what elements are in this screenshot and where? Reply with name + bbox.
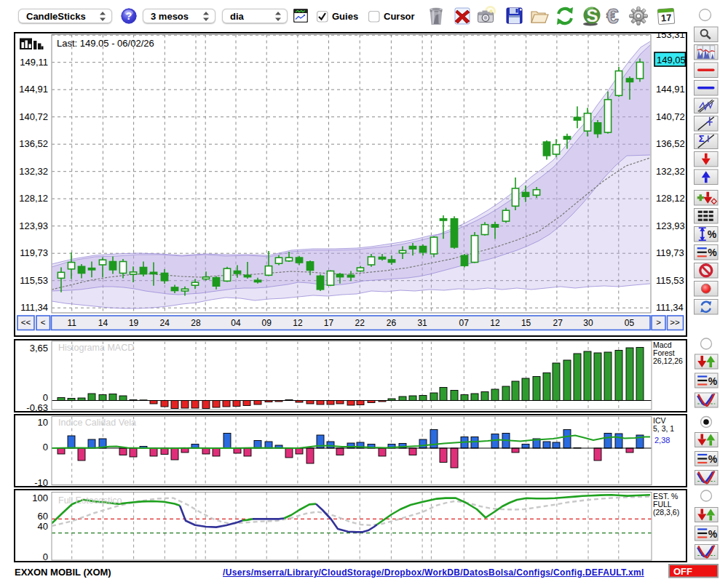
svg-text:€: € <box>606 6 619 26</box>
svg-text:%: % <box>708 247 717 258</box>
svg-text:%: % <box>708 228 717 240</box>
svg-text:17: 17 <box>660 12 671 24</box>
svg-text:%: % <box>708 453 718 465</box>
svg-text:%: % <box>708 375 718 387</box>
svg-text:Σ: Σ <box>699 133 705 144</box>
svg-text:S: S <box>586 6 598 25</box>
svg-text:%: % <box>708 528 718 540</box>
svg-text:?: ? <box>126 10 132 22</box>
